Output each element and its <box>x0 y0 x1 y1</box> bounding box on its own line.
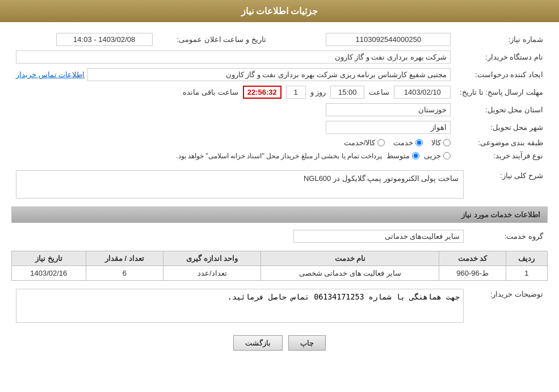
geroh-table: گروه خدمت: سایر فعالیت‌های خدماتی <box>11 227 548 245</box>
radio-kala-khadamat: کالا/خدمت <box>344 138 385 147</box>
mohlatErsal-label: مهلت ارسال پاسخ: تا تاریخ: <box>455 83 548 101</box>
btn-back[interactable]: بازگشت <box>233 335 283 351</box>
shomareNiaz-label: شماره نیاز: <box>455 31 548 48</box>
publicAnnouncement-value: 1403/02/08 - 14:03 <box>56 33 153 46</box>
radio-motevaset-input[interactable] <box>412 152 419 159</box>
col-kod: کد خدمت <box>439 251 506 266</box>
namDastgah-label: نام دستگاه خریدار: <box>455 48 548 66</box>
col-nam: نام خدمت <box>261 251 439 266</box>
mohlatErsal-time-label: ساعت <box>369 88 389 96</box>
mohlatErsal-time: 15:00 <box>330 86 364 99</box>
mohlatErsal-roz-label: روز و <box>310 88 326 96</box>
ijadKonande-label: ایجاد کننده درخواست: <box>455 66 548 83</box>
ijadKonande-group: مجتبی شفیع کارشناس برنامه ریزی شرکت بهره… <box>16 68 451 81</box>
khadamat-header: اطلاعات خدمات مورد نیاز <box>11 206 548 223</box>
radio-jazei-input[interactable] <box>443 152 451 159</box>
radio-jazei: جزیی <box>424 151 451 160</box>
sharh-label: شرح کلی نیاز: <box>468 168 548 201</box>
cell-nam: سایر فعالیت های خدماتی شخصی <box>261 266 439 281</box>
radio-khadamat-input[interactable] <box>415 139 423 146</box>
col-radif: ردیف <box>506 251 547 266</box>
mohlatErsal-remaining: ساعت باقی مانده <box>183 88 238 96</box>
col-tedad: تعداد / مقدار <box>86 251 163 266</box>
tozihat-value[interactable] <box>16 289 464 323</box>
sharh-value: ساخت پولی الکتروموتور پمپ گلایکول در NGL… <box>16 170 464 199</box>
mohlatErsal-date: 1403/02/10 <box>394 86 451 99</box>
shahr-label: شهر محل تحویل: <box>455 119 548 136</box>
tozihat-label: توضیحات خریدار: <box>468 286 548 327</box>
services-table-body: 1 ط-96-960 سایر فعالیت های خدماتی شخصی ت… <box>12 266 548 281</box>
geroh-value: سایر فعالیت‌های خدماتی <box>293 230 464 243</box>
radio-khadamat: خدمت <box>393 138 423 147</box>
cell-kod: ط-96-960 <box>439 266 506 281</box>
noeFarayand-note: پرداخت تمام یا بخشی از مبلغ خریداز محل "… <box>176 152 382 160</box>
sharh-table: شرح کلی نیاز: ساخت پولی الکتروموتور پمپ … <box>11 168 548 201</box>
noeFarayand-group: جزیی متوسط پرداخت تمام یا بخشی از مبلغ خ… <box>16 151 451 160</box>
cell-tarikh: 1403/02/16 <box>12 266 86 281</box>
radio-kala-label: کالا <box>431 138 441 147</box>
mohlatErsal-roz: 1 <box>286 86 306 99</box>
page-header: جزئیات اطلاعات نیاز <box>0 0 559 22</box>
cell-radif: 1 <box>506 266 547 281</box>
shahr-value: اهواز <box>326 121 451 134</box>
services-table: ردیف کد خدمت نام خدمت واحد اندازه گیری ت… <box>11 251 548 281</box>
buttons-row: چاپ بازگشت <box>11 335 548 351</box>
table-row: 1 ط-96-960 سایر فعالیت های خدماتی شخصی ت… <box>12 266 548 281</box>
shomareNiaz-value: 1103092544000250 <box>326 33 451 46</box>
radio-kala-khadamat-input[interactable] <box>377 139 385 146</box>
cell-vahed: تعداد/عدد <box>163 266 261 281</box>
publicAnnouncement-label: تاریخ و ساعت اعلان عمومی: <box>157 31 271 48</box>
radio-kala-input[interactable] <box>443 139 451 146</box>
tabaqebandi-group: کالا خدمت کالا/خدمت <box>16 138 451 147</box>
radio-motevaset: متوسط <box>386 151 419 160</box>
page-wrapper: جزئیات اطلاعات نیاز شماره نیاز: 11030925… <box>0 0 559 392</box>
ijadKonande-value: مجتبی شفیع کارشناس برنامه ریزی شرکت بهره… <box>87 68 451 81</box>
info-table-top: شماره نیاز: 1103092544000250 تاریخ و ساع… <box>11 31 548 162</box>
main-content: شماره نیاز: 1103092544000250 تاریخ و ساع… <box>0 22 559 368</box>
radio-khadamat-label: خدمت <box>393 138 413 147</box>
noeFarayand-label: نوع فرآیند خرید: <box>455 149 548 162</box>
mohlatErsal-group: 1403/02/10 ساعت 15:00 روز و 1 22:56:32 س… <box>16 86 451 99</box>
btn-print[interactable]: چاپ <box>288 335 326 351</box>
tozihat-table: توضیحات خریدار: <box>11 286 548 327</box>
ostan-label: استان محل تحویل: <box>455 101 548 119</box>
page-title: جزئیات اطلاعات نیاز <box>241 6 318 16</box>
namDastgah-value: شرکت بهره برداری نفت و گاز کارون <box>16 50 451 64</box>
radio-kala-khadamat-label: کالا/خدمت <box>344 138 376 147</box>
radio-jazei-label: جزیی <box>424 151 441 160</box>
radio-motevaset-label: متوسط <box>386 151 410 160</box>
tabaqebandi-label: طبقه بندی موضوعی: <box>455 136 548 149</box>
col-tarikh: تاریخ نیاز <box>12 251 86 266</box>
mohlatErsal-timer: 22:56:32 <box>243 86 281 99</box>
cell-tedad: 6 <box>86 266 163 281</box>
ostan-value: خوزستان <box>326 103 451 116</box>
col-vahed: واحد اندازه گیری <box>163 251 261 266</box>
services-table-head: ردیف کد خدمت نام خدمت واحد اندازه گیری ت… <box>12 251 548 266</box>
ijadKonande-link[interactable]: اطلاعات تماس خریدار <box>16 70 85 79</box>
radio-kala: کالا <box>431 138 451 147</box>
geroh-label: گروه خدمت: <box>468 227 548 245</box>
